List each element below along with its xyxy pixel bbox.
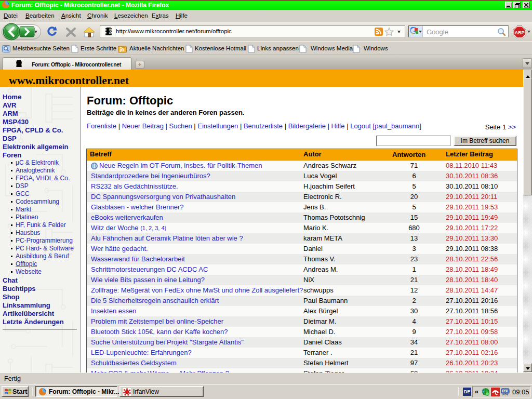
svg-text:ABP: ABP: [514, 30, 524, 35]
svg-text:AVR: AVR: [109, 28, 112, 35]
svg-text:1&1: 1&1: [502, 390, 508, 393]
svg-text:i: i: [94, 163, 95, 169]
